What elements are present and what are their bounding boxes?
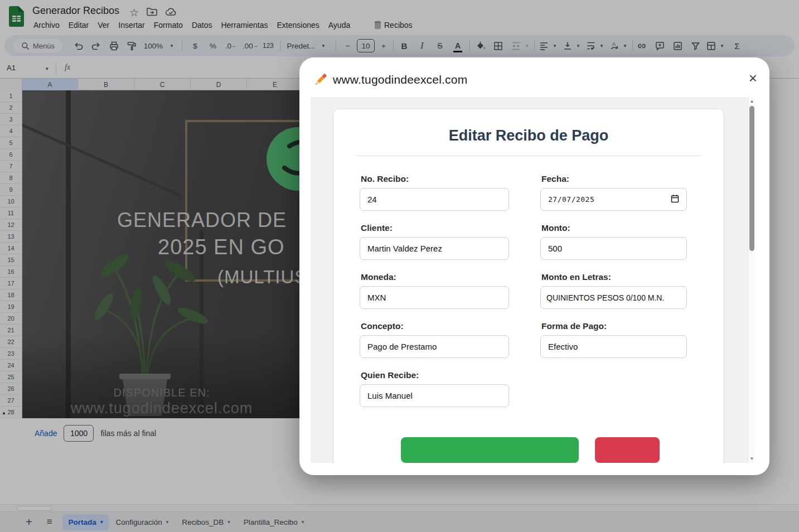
dialog-scrollbar[interactable]: ▲ ▼ (748, 97, 755, 463)
dialog-title: www.tugodindeexcel.com (333, 73, 467, 86)
screen: Generador Recibos ☆ Arch (0, 0, 799, 532)
scroll-up-icon[interactable]: ▲ (748, 99, 756, 104)
field-monto-en-letras: Monto en Letras: QUINIENTOS PESOS 0/100 … (540, 272, 687, 309)
fecha-input[interactable]: 27/07/2025 (540, 188, 687, 211)
receipt-form-card: Editar Recibo de Pago No. Recibo: 24 Fec… (333, 109, 724, 463)
field-moneda: Moneda: MXN (360, 272, 509, 309)
field-cliente: Cliente: Martin Valdez Perez (360, 223, 509, 260)
field-forma-de-pago: Forma de Pago: Efectivo (540, 321, 687, 358)
field-fecha: Fecha: 27/07/2025 (540, 174, 687, 211)
form-title: Editar Recibo de Pago (334, 127, 723, 144)
concepto-input[interactable]: Pago de Prestamo (360, 335, 509, 358)
cancel-button[interactable] (595, 437, 660, 463)
dialog-buttons (401, 437, 723, 463)
no-recibo-input[interactable]: 24 (360, 188, 509, 211)
field-no-recibo: No. Recibo: 24 (360, 174, 509, 211)
pencil-icon (313, 72, 328, 90)
title-divider (356, 156, 701, 156)
quien-recibe-input[interactable]: Luis Manuel (360, 384, 509, 407)
calendar-icon[interactable] (671, 194, 679, 205)
field-quien-recibe: Quien Recibe: Luis Manuel (360, 370, 509, 407)
receipt-form: No. Recibo: 24 Fecha: 27/07/2025 (360, 174, 723, 407)
field-concepto: Concepto: Pago de Prestamo (360, 321, 509, 358)
monto-en-letras-input[interactable]: QUINIENTOS PESOS 0/100 M.N. (540, 286, 687, 309)
edit-receipt-dialog: www.tugodindeexcel.com × Editar Recibo d… (299, 57, 769, 475)
moneda-input[interactable]: MXN (360, 286, 509, 309)
scroll-down-icon[interactable]: ▼ (748, 456, 756, 461)
close-icon[interactable]: × (749, 71, 757, 85)
forma-de-pago-input[interactable]: Efectivo (540, 335, 687, 358)
dialog-scrollbar-thumb[interactable] (749, 106, 754, 251)
dialog-content: Editar Recibo de Pago No. Recibo: 24 Fec… (311, 97, 748, 463)
monto-input[interactable]: 500 (540, 237, 687, 260)
save-button[interactable] (401, 437, 579, 463)
cliente-input[interactable]: Martin Valdez Perez (360, 237, 509, 260)
field-monto: Monto: 500 (540, 223, 687, 260)
